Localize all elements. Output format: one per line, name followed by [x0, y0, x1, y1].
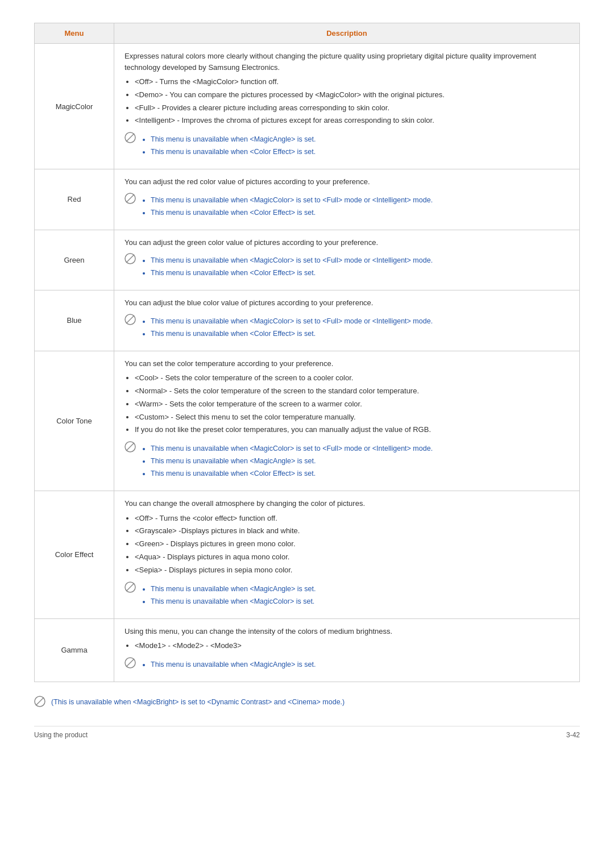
svg-line-11: [126, 583, 134, 591]
menu-cell-3: Blue: [35, 290, 114, 351]
note-list: This menu is unavailable when <MagicColo…: [151, 315, 433, 340]
note-icon: [125, 193, 136, 204]
footer-note-text: (This is unavailable when <MagicBright> …: [51, 698, 345, 706]
svg-line-13: [126, 659, 134, 667]
desc-bullet-item: <Custom> - Select this menu to set the c…: [135, 412, 569, 423]
menu-cell-0: MagicColor: [35, 44, 114, 169]
note-block: This menu is unavailable when <MagicColo…: [125, 192, 569, 223]
menu-cell-2: Green: [35, 230, 114, 290]
desc-bullet-item: <Demo> - You can compare the pictures pr…: [135, 89, 569, 101]
header-description: Description: [114, 23, 580, 44]
desc-bullet-item: <Off> - Turns the <color effect> functio…: [135, 513, 569, 525]
note-block: This menu is unavailable when <MagicColo…: [125, 252, 569, 283]
note-block: This menu is unavailable when <MagicColo…: [125, 441, 569, 484]
page-wrapper: Menu Description MagicColorExpresses nat…: [34, 23, 580, 739]
desc-bullets: <Off> - Turns the <color effect> functio…: [135, 513, 569, 576]
desc-cell-3: You can adjust the blue color value of p…: [114, 290, 580, 351]
svg-line-1: [126, 134, 134, 142]
svg-line-15: [36, 697, 44, 705]
note-item: This menu is unavailable when <MagicColo…: [151, 315, 433, 327]
desc-paragraph: You can change the overall atmosphere by…: [125, 498, 569, 509]
desc-bullet-item: <Off> - Turns the <MagicColor> function …: [135, 76, 569, 88]
desc-bullet-item: <Sepia> - Displays pictures in sepia mon…: [135, 564, 569, 576]
desc-bullet-item: <Grayscale> -Displays pictures in black …: [135, 525, 569, 537]
desc-bullets: <Mode1> - <Mode2> - <Mode3>: [135, 640, 569, 652]
desc-bullet-item: <Intelligent> - Improves the chroma of p…: [135, 115, 569, 127]
desc-bullet-item: <Mode1> - <Mode2> - <Mode3>: [135, 640, 569, 652]
note-item: This menu is unavailable when <MagicColo…: [151, 443, 433, 454]
desc-paragraph: Using this menu, you can change the inte…: [125, 626, 569, 637]
main-table: Menu Description MagicColorExpresses nat…: [34, 23, 580, 682]
note-icon: [125, 253, 136, 264]
table-row: GammaUsing this menu, you can change the…: [35, 618, 580, 682]
desc-paragraph: Expresses natural colors more clearly wi…: [125, 51, 569, 73]
header-menu: Menu: [35, 23, 114, 44]
menu-cell-1: Red: [35, 169, 114, 230]
note-block: This menu is unavailable when <MagicAngl…: [125, 581, 569, 612]
desc-cell-6: Using this menu, you can change the inte…: [114, 618, 580, 682]
desc-paragraph: You can adjust the red color value of pi…: [125, 176, 569, 188]
note-item: This menu is unavailable when <Color Eff…: [151, 328, 433, 339]
note-item: This menu is unavailable when <Color Eff…: [151, 468, 433, 479]
svg-line-5: [126, 255, 134, 263]
note-item: This menu is unavailable when <MagicColo…: [151, 596, 316, 607]
note-block: This menu is unavailable when <MagicAngl…: [125, 657, 569, 675]
desc-bullet-item: <Green> - Displays pictures in green mon…: [135, 538, 569, 550]
note-list: This menu is unavailable when <MagicAngl…: [151, 134, 316, 159]
table-row: MagicColorExpresses natural colors more …: [35, 44, 580, 169]
note-item: This menu is unavailable when <Color Eff…: [151, 207, 433, 218]
note-item: This menu is unavailable when <MagicColo…: [151, 194, 433, 206]
svg-line-7: [126, 315, 134, 323]
desc-cell-4: You can set the color temperature accord…: [114, 351, 580, 491]
desc-paragraph: You can adjust the blue color value of p…: [125, 297, 569, 309]
desc-bullet-item: <Full> - Provides a clearer picture incl…: [135, 102, 569, 114]
footer-right: 3-42: [566, 731, 580, 739]
note-list: This menu is unavailable when <MagicColo…: [151, 443, 433, 480]
menu-cell-5: Color Effect: [35, 491, 114, 618]
footer-left: Using the product: [34, 731, 88, 739]
note-icon: [125, 657, 136, 668]
table-row: RedYou can adjust the red color value of…: [35, 169, 580, 230]
menu-cell-6: Gamma: [35, 618, 114, 682]
note-list: This menu is unavailable when <MagicAngl…: [151, 583, 316, 608]
note-icon: [125, 582, 136, 593]
note-block: This menu is unavailable when <MagicAngl…: [125, 131, 569, 162]
desc-bullet-item: <Warm> - Sets the color temperature of t…: [135, 398, 569, 410]
desc-cell-0: Expresses natural colors more clearly wi…: [114, 44, 580, 169]
note-icon: [125, 441, 136, 452]
table-row: Color EffectYou can change the overall a…: [35, 491, 580, 618]
desc-paragraph: You can adjust the green color value of …: [125, 237, 569, 248]
desc-bullets: <Off> - Turns the <MagicColor> function …: [135, 76, 569, 127]
note-item: This menu is unavailable when <Color Eff…: [151, 146, 316, 157]
desc-bullet-item: If you do not like the preset color temp…: [135, 424, 569, 436]
note-list: This menu is unavailable when <MagicAngl…: [151, 659, 316, 671]
desc-bullet-item: <Aqua> - Displays pictures in aqua mono …: [135, 551, 569, 563]
note-item: This menu is unavailable when <Color Eff…: [151, 267, 433, 279]
footer-note: (This is unavailable when <MagicBright> …: [34, 696, 580, 709]
note-item: This menu is unavailable when <MagicColo…: [151, 255, 433, 266]
note-item: This menu is unavailable when <MagicAngl…: [151, 659, 316, 670]
desc-bullets: <Cool> - Sets the color temperature of t…: [135, 372, 569, 436]
note-list: This menu is unavailable when <MagicColo…: [151, 194, 433, 219]
note-item: This menu is unavailable when <MagicAngl…: [151, 134, 316, 145]
note-block: This menu is unavailable when <MagicColo…: [125, 313, 569, 344]
table-row: BlueYou can adjust the blue color value …: [35, 290, 580, 351]
svg-line-9: [126, 443, 134, 451]
note-item: This menu is unavailable when <MagicAngl…: [151, 455, 433, 467]
note-item: This menu is unavailable when <MagicAngl…: [151, 583, 316, 595]
note-icon: [125, 132, 136, 143]
footer-note-icon: [34, 696, 45, 709]
desc-bullet-item: <Normal> - Sets the color temperature of…: [135, 385, 569, 397]
table-row: Color ToneYou can set the color temperat…: [35, 351, 580, 491]
desc-cell-1: You can adjust the red color value of pi…: [114, 169, 580, 230]
desc-bullet-item: <Cool> - Sets the color temperature of t…: [135, 372, 569, 384]
desc-paragraph: You can set the color temperature accord…: [125, 358, 569, 369]
svg-line-3: [126, 194, 134, 202]
note-list: This menu is unavailable when <MagicColo…: [151, 255, 433, 280]
footer-bar: Using the product 3-42: [34, 726, 580, 739]
desc-cell-5: You can change the overall atmosphere by…: [114, 491, 580, 618]
desc-cell-2: You can adjust the green color value of …: [114, 230, 580, 290]
menu-cell-4: Color Tone: [35, 351, 114, 491]
note-icon: [125, 314, 136, 325]
table-row: GreenYou can adjust the green color valu…: [35, 230, 580, 290]
